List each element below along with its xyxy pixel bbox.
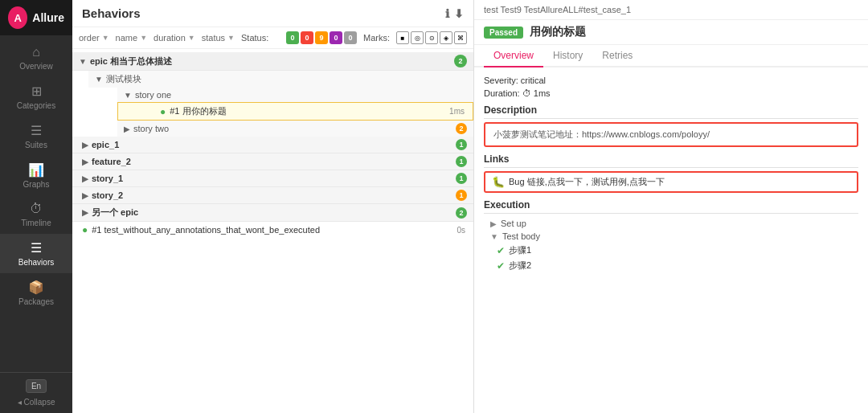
story-one-header[interactable]: ▼ story one	[117, 88, 473, 102]
bug-icon: 🐛	[492, 176, 505, 188]
setup-chevron-icon: ▶	[490, 219, 497, 228]
sidebar-item-overview-label: Overview	[19, 62, 53, 71]
badge-unknown[interactable]: 0	[344, 31, 357, 44]
badge-broken[interactable]: 9	[315, 31, 328, 44]
allure-logo-icon: A	[8, 6, 27, 29]
story2-group-header[interactable]: ▶ story_2 1	[72, 187, 473, 204]
story-two-badge: 2	[456, 123, 467, 134]
detail-panel: test Test9 TestAllureALL#test_case_1 Pas…	[474, 0, 868, 413]
feature2-badge: 1	[456, 156, 467, 167]
passed-circle-icon: ●	[160, 106, 166, 117]
badge-passed[interactable]: 0	[286, 31, 299, 44]
marks-section: ■ ◎ ⊙ ◈ ⌘	[396, 31, 467, 44]
sidebar-item-suites[interactable]: ☰ Suites	[0, 117, 72, 156]
behaviors-title-text: Behaviors	[82, 6, 141, 20]
detail-tabs: Overview History Retries	[474, 45, 868, 67]
collapse-button[interactable]: ◂ Collapse	[6, 398, 66, 407]
description-box: 小菠萝测试笔记地址：https://www.cnblogs.com/poloyy…	[484, 122, 858, 147]
lang-button[interactable]: En	[26, 379, 47, 393]
story-two-label: story two	[133, 124, 169, 133]
epic1-group-header[interactable]: ▶ epic_1 1	[72, 137, 473, 153]
another-epic-group-header[interactable]: ▶ 另一个 epic 2	[72, 204, 473, 222]
tree-content: ▼ epic 相当于总体描述 2 ▼ 测试模块 ▼ story one	[72, 49, 473, 413]
sidebar-item-overview[interactable]: ⌂ Overview	[0, 39, 72, 77]
sidebar-item-timeline[interactable]: ⏱ Timeline	[0, 195, 72, 234]
story-two-group: ▶ story two 2	[88, 121, 473, 137]
sidebar-logo: A Allure	[0, 0, 72, 35]
sidebar-bottom: En ◂ Collapse	[0, 372, 72, 413]
tab-retries[interactable]: Retries	[592, 45, 642, 67]
badge-skipped[interactable]: 0	[330, 31, 342, 44]
step-1-item: ✔ 步骤1	[484, 243, 858, 258]
order-arrow-icon: ▼	[102, 34, 109, 42]
story-two-chevron-icon: ▶	[124, 125, 130, 133]
mark-btn-4[interactable]: ◈	[440, 31, 452, 44]
sidebar-item-categories[interactable]: ⊞ Categories	[0, 77, 72, 117]
story-two-header[interactable]: ▶ story two 2	[117, 121, 473, 137]
clock-icon: ⏱	[522, 88, 531, 98]
sidebar-nav: ⌂ Overview ⊞ Categories ☰ Suites 📊 Graph…	[0, 35, 72, 372]
another-epic-chevron-icon: ▶	[82, 208, 88, 217]
test-body-label: Test body	[502, 231, 540, 241]
status-filter[interactable]: status ▼	[202, 33, 235, 43]
step-2-item: ✔ 步骤2	[484, 258, 858, 273]
mark-btn-3[interactable]: ⊙	[425, 31, 438, 44]
story2-label: story_2	[92, 190, 123, 200]
story1-badge: 1	[456, 173, 467, 184]
epic-group-label: epic 相当于总体描述	[90, 55, 172, 67]
test-item-1-duration: 1ms	[449, 107, 465, 116]
sidebar-item-graphs[interactable]: 📊 Graphs	[0, 156, 72, 195]
story1-group-header[interactable]: ▶ story_1 1	[72, 170, 473, 187]
another-epic-label: 另一个 epic	[92, 206, 138, 219]
panel-title-icons: ℹ ⬇	[445, 7, 464, 20]
detail-body: Severity: critical Duration: ⏱ 1ms Descr…	[474, 67, 868, 413]
epic1-badge: 1	[456, 139, 467, 150]
standalone-test-item[interactable]: ● #1 test_without_any_annotations_that_w…	[72, 222, 473, 238]
mark-btn-5[interactable]: ⌘	[454, 31, 467, 44]
tab-overview[interactable]: Overview	[484, 45, 543, 67]
mark-btn-1[interactable]: ■	[396, 31, 409, 44]
setup-label: Set up	[501, 219, 526, 228]
behaviors-icon: ☰	[31, 240, 42, 256]
tab-history[interactable]: History	[543, 45, 592, 67]
sidebar-item-packages[interactable]: 📦 Packages	[0, 273, 72, 313]
feature2-label: feature_2	[92, 157, 131, 166]
categories-icon: ⊞	[31, 84, 42, 99]
mark-btn-2[interactable]: ◎	[411, 31, 424, 44]
feature2-chevron-icon: ▶	[82, 157, 88, 166]
duration-row: Duration: ⏱ 1ms	[484, 88, 858, 98]
packages-icon: 📦	[28, 280, 44, 295]
story2-chevron-icon: ▶	[82, 191, 88, 200]
epic1-chevron-icon: ▶	[82, 141, 88, 149]
behaviors-panel: Behaviors ℹ ⬇ order ▼ name ▼ duration ▼ …	[72, 0, 474, 413]
test-item-1[interactable]: ● #1 用你的标题 1ms	[117, 102, 473, 121]
epic-group-header[interactable]: ▼ epic 相当于总体描述 2	[72, 52, 473, 71]
test-item-1-label: #1 用你的标题	[170, 105, 444, 117]
badge-failed[interactable]: 0	[301, 31, 313, 44]
suites-icon: ☰	[31, 123, 42, 138]
test-body-item[interactable]: ▼ Test body	[484, 230, 858, 243]
order-filter[interactable]: order ▼	[79, 33, 109, 43]
marks-text: Marks:	[363, 33, 390, 43]
bug-link-item[interactable]: 🐛 Bug 链接,点我一下，测试用例,点我一下	[484, 171, 858, 193]
name-arrow-icon: ▼	[140, 34, 147, 42]
step1-label: 步骤1	[509, 244, 531, 256]
duration-filter[interactable]: duration ▼	[154, 33, 195, 43]
duration-value: 1ms	[534, 88, 551, 98]
duration-arrow-icon: ▼	[188, 34, 195, 42]
test-module-header[interactable]: ▼ 测试模块	[88, 71, 473, 88]
setup-item[interactable]: ▶ Set up	[484, 217, 858, 230]
story-one-chevron-icon: ▼	[124, 91, 132, 100]
name-filter[interactable]: name ▼	[116, 33, 147, 43]
download-icon: ⬇	[454, 7, 464, 20]
execution-section: ▶ Set up ▼ Test body ✔ 步骤1 ✔ 步骤2	[484, 217, 858, 273]
feature2-group-header[interactable]: ▶ feature_2 1	[72, 153, 473, 170]
order-label: order	[79, 33, 100, 43]
epic-group: ▼ epic 相当于总体描述 2 ▼ 测试模块 ▼ story one	[72, 52, 473, 137]
sidebar-item-behaviors[interactable]: ☰ Behaviors	[0, 234, 72, 273]
main-content: Behaviors ℹ ⬇ order ▼ name ▼ duration ▼ …	[72, 0, 868, 413]
sidebar: A Allure ⌂ Overview ⊞ Categories ☰ Suite…	[0, 0, 72, 413]
epic-chevron-icon: ▼	[79, 57, 87, 66]
links-section-title: Links	[484, 153, 858, 168]
info-icon: ℹ	[445, 7, 449, 20]
